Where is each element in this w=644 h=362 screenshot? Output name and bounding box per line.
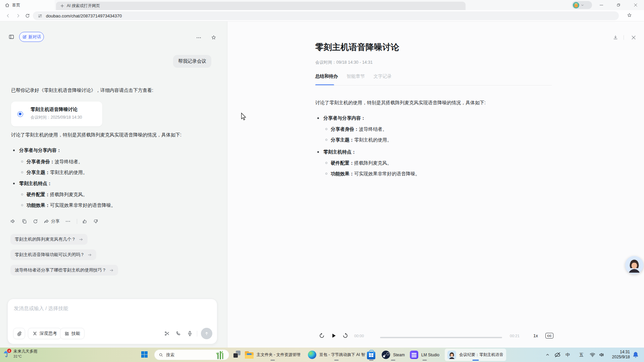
- profile-avatar: [573, 2, 579, 8]
- suggestion-chip[interactable]: 波导终结者还分享了哪些零刻主机的使用技巧？: [10, 265, 118, 276]
- thumbs-down-button[interactable]: [93, 219, 99, 224]
- arrow-right-icon: [88, 253, 92, 257]
- search-input[interactable]: [166, 353, 210, 357]
- weather-widget[interactable]: 4 未来几天多雨 31°C: [3, 349, 38, 359]
- ime-mode-indicator[interactable]: 中: [566, 348, 570, 362]
- playback-speed-button[interactable]: 1x: [533, 333, 538, 338]
- elapsed-time: 00:00: [354, 334, 364, 338]
- reload-button[interactable]: [24, 12, 31, 19]
- meeting-panel: 零刻主机语音降噪讨论 会议时间：09/18 14:30 - 14:31 总结和待…: [227, 21, 644, 348]
- taskbar-window-store[interactable]: [364, 349, 378, 361]
- assistant-intro-text: 已帮你记录好《零刻主机语音降噪讨论》，详细内容请点击下方查看:: [11, 87, 214, 94]
- wifi-icon[interactable]: [589, 348, 596, 362]
- ime-layout-indicator[interactable]: 五: [579, 348, 584, 362]
- tab-smart-chapters[interactable]: 智能章节: [347, 73, 365, 79]
- window-controls: [593, 0, 644, 10]
- tab-new[interactable]: AI 搜索或打开网页: [56, 2, 466, 10]
- site-info-icon[interactable]: [38, 13, 43, 18]
- meeting-card-time: 会议时间：2025/09/18 14:30: [31, 115, 82, 120]
- sidebar-toggle-button[interactable]: [8, 34, 14, 40]
- meeting-record-card[interactable]: 零刻主机语音降噪讨论 会议时间：2025/09/18 14:30: [11, 102, 102, 126]
- bookmark-star-icon[interactable]: [627, 12, 632, 18]
- more-actions-button[interactable]: [65, 219, 71, 224]
- bullet-item: 硬件配置：搭载阵列麦克风。: [11, 191, 88, 198]
- microsoft-store-icon: [367, 352, 375, 359]
- progress-bar[interactable]: [380, 337, 502, 338]
- onedrive-paused-icon[interactable]: [554, 348, 561, 362]
- skills-button[interactable]: 技能: [60, 328, 85, 339]
- tray-show-hidden-button[interactable]: [545, 348, 550, 362]
- assistant-floating-avatar[interactable]: [625, 256, 643, 274]
- bullet-item: 功能效果：可实现效果非常好的语音降噪。: [11, 202, 116, 208]
- regenerate-button[interactable]: [33, 219, 38, 224]
- bullet-group-title: 分享者与分享内容：: [315, 115, 366, 121]
- close-window-button[interactable]: [627, 0, 644, 10]
- bamboo-decoration-icon: [215, 351, 225, 359]
- lm-studio-icon: [410, 351, 418, 359]
- thumbs-up-button[interactable]: [82, 219, 88, 224]
- task-view-button[interactable]: [233, 351, 241, 359]
- share-button[interactable]: 分享: [44, 218, 60, 224]
- clock[interactable]: 14:31 2025/9/18: [608, 350, 630, 360]
- search-icon: [159, 353, 163, 357]
- weather-temperature: 31°C: [13, 354, 38, 359]
- message-input[interactable]: [14, 304, 205, 312]
- volume-icon[interactable]: [599, 348, 605, 362]
- restore-button[interactable]: [610, 0, 627, 10]
- composer: 深度思考 技能: [7, 299, 217, 344]
- radio-selected-icon[interactable]: [17, 111, 23, 117]
- tab-home[interactable]: 首页: [0, 0, 55, 10]
- new-chat-button[interactable]: 新对话: [19, 32, 44, 42]
- taskbar-search[interactable]: [154, 350, 229, 360]
- read-aloud-button[interactable]: [10, 218, 16, 224]
- back-button[interactable]: [5, 12, 11, 19]
- duration-time: 00:21: [510, 334, 520, 338]
- copy-button[interactable]: [21, 219, 27, 224]
- browser-tab-bar: 首页 AI 搜索或打开网页: [0, 0, 644, 10]
- scissors-button[interactable]: [164, 330, 170, 337]
- notification-bell-icon[interactable]: [632, 348, 639, 362]
- chat-favorite-button[interactable]: [211, 35, 217, 41]
- mic-button[interactable]: [187, 330, 193, 337]
- play-button[interactable]: [330, 332, 337, 339]
- home-icon: [5, 3, 10, 8]
- tabs-divider: [315, 85, 552, 85]
- bullet-item: 分享者身份：波导终结者。: [11, 158, 83, 165]
- bullet-item: 分享者身份：波导终结者。: [315, 126, 387, 132]
- share-label: 分享: [51, 218, 60, 224]
- skills-icon: [64, 331, 69, 336]
- minimize-button[interactable]: [593, 0, 610, 10]
- forward-button[interactable]: [342, 333, 348, 339]
- start-button[interactable]: [141, 351, 148, 358]
- tab-home-label: 首页: [12, 2, 20, 8]
- taskbar-window-explorer[interactable]: 主文件夹 - 文件资源管理: [242, 349, 303, 361]
- profile-button[interactable]: [572, 1, 592, 9]
- chat-panel: 新对话 帮我记录会议 已帮你记录好《零刻主机语音降噪讨论》，详细内容请点击下方查…: [0, 21, 227, 348]
- meeting-time: 会议时间：09/18 14:30 - 14:31: [315, 60, 373, 65]
- call-button[interactable]: [175, 330, 181, 337]
- attach-button[interactable]: [13, 328, 25, 339]
- deep-think-button[interactable]: 深度思考: [28, 328, 61, 339]
- notification-badge: 4: [7, 348, 12, 353]
- weather-headline: 未来几天多雨: [13, 349, 38, 354]
- send-button[interactable]: [201, 328, 212, 339]
- taskbar-window-doubao-edge[interactable]: 豆包 - 字节跳动旗下 AI 智: [305, 349, 368, 361]
- taskbar-window-lm-studio[interactable]: LM Studio: [407, 349, 442, 361]
- suggestion-chip[interactable]: 零刻主机的阵列麦克风有几个？: [10, 234, 88, 245]
- deep-think-icon: [32, 331, 38, 336]
- download-button[interactable]: [612, 35, 619, 41]
- close-panel-button[interactable]: [631, 35, 637, 41]
- taskbar-window-meeting-notes[interactable]: 会议纪要：零刻主机语音: [445, 349, 506, 361]
- suggestion-chip[interactable]: 零刻主机语音降噪功能可以关闭吗？: [10, 249, 96, 260]
- replay-button[interactable]: [319, 333, 325, 339]
- tab-summary-todo[interactable]: 总结和待办: [315, 73, 338, 79]
- clock-date: 2025/9/18: [608, 355, 630, 360]
- omnibox[interactable]: doubao.com/chat/20873714973434370: [33, 11, 619, 20]
- bullet-item: 硬件配置：搭载阵列麦克风。: [315, 160, 392, 166]
- tab-transcript[interactable]: 文字记录: [374, 73, 392, 79]
- taskbar-window-steam[interactable]: Steam: [379, 349, 408, 361]
- captions-button[interactable]: CC: [545, 333, 553, 339]
- forward-button[interactable]: [15, 12, 21, 19]
- chat-more-button[interactable]: [196, 35, 202, 41]
- user-message-text: 帮我记录会议: [178, 58, 206, 64]
